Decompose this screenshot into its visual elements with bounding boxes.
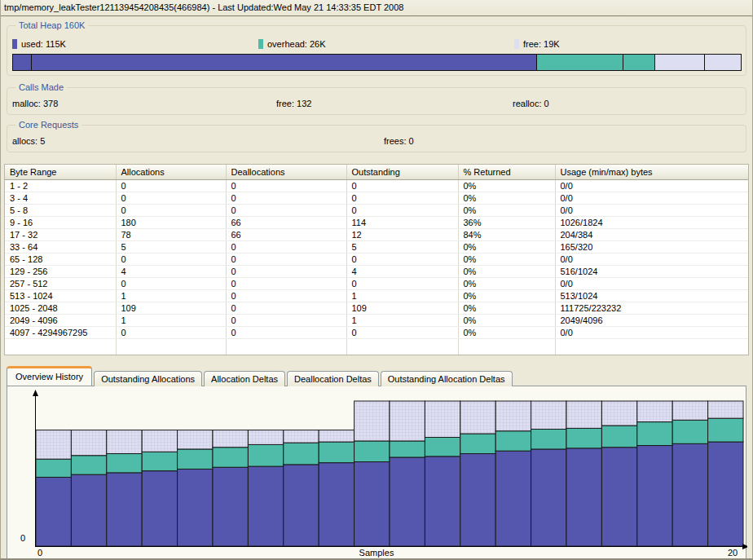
chart-bar-used (354, 462, 390, 546)
chart-bar-free (637, 401, 672, 422)
chart-bar-free (319, 430, 354, 442)
table-row[interactable]: 33 - 645050%165/320 (5, 240, 748, 253)
chart-bar-free (248, 430, 283, 445)
table-cell: 1 (346, 289, 458, 302)
table-row[interactable]: 4097 - 42949672950000%0/0 (5, 326, 748, 338)
core-requests-group: Core Requests allocs: 5frees: 0 (7, 125, 746, 152)
legend-item-overhead: overhead: 26K (258, 39, 326, 49)
allocation-table-container: Byte RangeAllocationsDeallocationsOutsta… (4, 164, 749, 355)
memory-analysis-window: { "title_bar": { "text": "tmp/memory_lea… (0, 0, 753, 560)
chart-bar-used (248, 466, 283, 546)
table-cell: 0 (116, 253, 226, 265)
chart-bar-free (708, 401, 743, 418)
chart-bar-used (71, 474, 106, 546)
chart-bar-used (142, 471, 177, 546)
table-cell: 0% (458, 302, 555, 314)
table-cell: 0/0 (555, 277, 748, 289)
tab-outstanding-allocations[interactable]: Outstanding Allocations (94, 371, 202, 386)
chart-bar-overhead (178, 449, 213, 469)
table-empty-cell (5, 338, 116, 355)
chart-bar-used (708, 442, 743, 546)
column-header-allocations[interactable]: Allocations (116, 165, 226, 179)
heap-bar-segment-overhead (536, 55, 623, 70)
table-cell: 0 (346, 253, 458, 265)
table-empty-cell (116, 338, 226, 355)
table-cell: 5 (346, 240, 458, 253)
table-row[interactable]: 1 - 20000%0/0 (5, 179, 748, 192)
table-cell: 516/1024 (555, 265, 748, 277)
chart-bar-used (284, 465, 319, 546)
chart-bar-overhead (390, 441, 425, 457)
table-cell: 0/0 (555, 192, 748, 204)
table-cell: 0% (458, 204, 555, 216)
table-cell: 1025 - 2048 (5, 302, 116, 314)
table-row[interactable]: 5 - 80000%0/0 (5, 204, 748, 216)
chart-bar-used (601, 448, 636, 546)
table-cell: 114 (346, 216, 458, 228)
calls-made-stat: realloc: 0 (513, 99, 549, 108)
chart-bar-overhead (425, 438, 460, 456)
table-cell: 1 (116, 314, 226, 326)
table-cell: 0% (458, 265, 555, 277)
chart-bar-overhead (107, 454, 142, 473)
table-cell: 66 (226, 228, 346, 240)
tab-outstanding-allocation-deltas[interactable]: Outstanding Allocation Deltas (381, 371, 513, 386)
table-row[interactable]: 17 - 3278661284%204/384 (5, 228, 748, 240)
column-header-deallocations[interactable]: Deallocations (226, 165, 346, 179)
chart-bar-overhead (708, 418, 743, 442)
tab-overview-history[interactable]: Overview History (7, 366, 92, 386)
legend-item-free: free: 19K (514, 39, 560, 49)
table-cell: 0 (226, 192, 346, 204)
column-header-usage-min-max-bytes[interactable]: Usage (min/max) bytes (555, 165, 748, 179)
tab-deallocation-deltas[interactable]: Deallocation Deltas (287, 371, 379, 386)
y-axis-origin-label: 0 (20, 533, 25, 543)
table-cell: 1026/1824 (555, 216, 748, 228)
table-row[interactable]: 9 - 161806611436%1026/1824 (5, 216, 748, 228)
table-cell: 0% (458, 289, 555, 302)
chart-bar-free (566, 401, 601, 428)
tab-allocation-deltas[interactable]: Allocation Deltas (204, 371, 285, 386)
chart-bar-free (36, 430, 71, 460)
chart-bar-free (425, 401, 460, 438)
table-cell: 513 - 1024 (5, 289, 116, 302)
table-cell: 165/320 (555, 240, 748, 253)
table-cell: 5 - 8 (5, 204, 116, 216)
table-cell: 0/0 (555, 179, 748, 192)
table-cell: 0% (458, 277, 555, 289)
table-cell: 0 (226, 240, 346, 253)
table-cell: 0% (458, 314, 555, 326)
table-cell: 129 - 256 (5, 265, 116, 277)
heap-bar-segment-used (31, 55, 536, 70)
table-row[interactable]: 513 - 10241010%513/1024 (5, 289, 748, 302)
y-axis-arrow-icon (33, 390, 38, 396)
chart-bar-overhead (637, 422, 672, 446)
table-cell: 0 (226, 277, 346, 289)
column-header-byte-range[interactable]: Byte Range (5, 165, 116, 179)
table-row[interactable]: 2049 - 40961010%2049/4096 (5, 314, 748, 326)
chart-bar-overhead (531, 429, 566, 448)
chart-bar-used (319, 463, 354, 546)
chart-bar-used (213, 467, 248, 546)
table-cell: 0 (346, 277, 458, 289)
column-header-returned[interactable]: % Returned (458, 165, 555, 179)
table-cell: 0 (226, 204, 346, 216)
total-heap-caption: Total Heap 160K (15, 20, 88, 30)
table-row[interactable]: 65 - 1280000%0/0 (5, 253, 748, 265)
heap-bar-segment-free (704, 55, 741, 70)
table-cell: 0 (346, 179, 458, 192)
column-header-outstanding[interactable]: Outstanding (346, 165, 458, 179)
table-cell: 0 (116, 192, 226, 204)
table-row[interactable]: 3 - 40000%0/0 (5, 192, 748, 204)
chart-bar-overhead (213, 448, 248, 467)
table-cell: 180 (116, 216, 226, 228)
table-cell: 0 (226, 302, 346, 314)
chart-bar-used (107, 473, 142, 546)
chart-bar-used (460, 454, 495, 546)
table-row[interactable]: 1025 - 204810901090%111725/223232 (5, 302, 748, 314)
table-cell: 0 (226, 326, 346, 338)
table-cell: 9 - 16 (5, 216, 116, 228)
table-cell: 33 - 64 (5, 240, 116, 253)
table-row[interactable]: 257 - 5120000%0/0 (5, 277, 748, 289)
table-row[interactable]: 129 - 2564040%516/1024 (5, 265, 748, 277)
table-cell: 0 (346, 204, 458, 216)
